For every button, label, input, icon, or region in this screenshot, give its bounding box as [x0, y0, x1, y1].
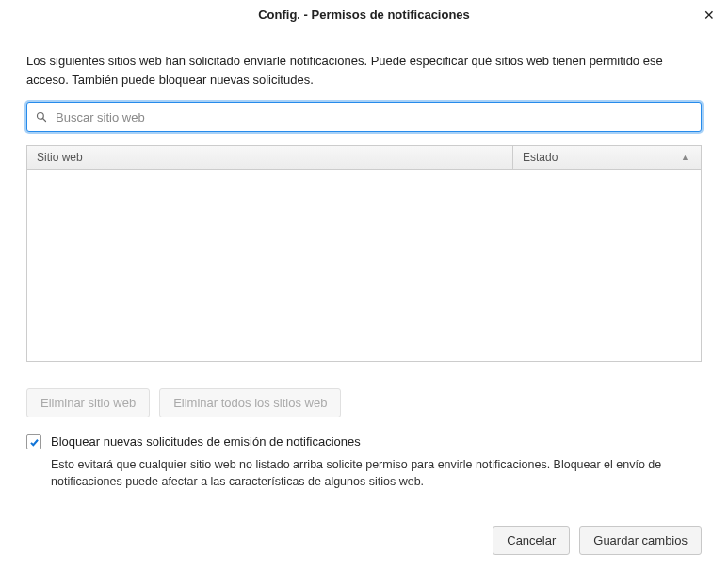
- sites-table: Sitio web Estado ▲: [26, 145, 702, 362]
- dialog-content: Los siguientes sitios web han solicitado…: [0, 29, 728, 572]
- search-icon: [36, 111, 47, 123]
- search-field-wrap: [26, 102, 702, 132]
- cancel-button[interactable]: Cancelar: [493, 526, 570, 555]
- svg-line-1: [43, 119, 46, 122]
- column-header-status[interactable]: Estado ▲: [512, 146, 701, 169]
- search-input[interactable]: [26, 102, 702, 132]
- remove-site-button[interactable]: Eliminar sitio web: [26, 388, 150, 417]
- block-new-requests-checkbox[interactable]: [26, 434, 41, 449]
- block-new-requests-row: Bloquear nuevas solicitudes de emisión d…: [26, 434, 702, 450]
- close-icon[interactable]: ✕: [704, 8, 715, 22]
- block-new-requests-label: Bloquear nuevas solicitudes de emisión d…: [51, 434, 361, 450]
- table-actions: Eliminar sitio web Eliminar todos los si…: [26, 388, 702, 417]
- table-body: [27, 170, 701, 361]
- checkmark-icon: [29, 437, 40, 448]
- intro-text: Los siguientes sitios web han solicitado…: [26, 52, 702, 89]
- dialog-footer: Cancelar Guardar cambios: [26, 526, 702, 555]
- column-header-site[interactable]: Sitio web: [27, 146, 512, 169]
- save-button[interactable]: Guardar cambios: [579, 526, 702, 555]
- block-new-requests-description: Esto evitará que cualquier sitio web no …: [51, 456, 702, 490]
- sort-ascending-icon: ▲: [681, 153, 689, 162]
- dialog-titlebar: Config. - Permisos de notificaciones ✕: [0, 0, 728, 29]
- dialog-title: Config. - Permisos de notificaciones: [258, 8, 470, 22]
- table-header: Sitio web Estado ▲: [27, 146, 701, 170]
- remove-all-sites-button[interactable]: Eliminar todos los sitios web: [159, 388, 341, 417]
- notification-permissions-dialog: Config. - Permisos de notificaciones ✕ L…: [0, 0, 728, 572]
